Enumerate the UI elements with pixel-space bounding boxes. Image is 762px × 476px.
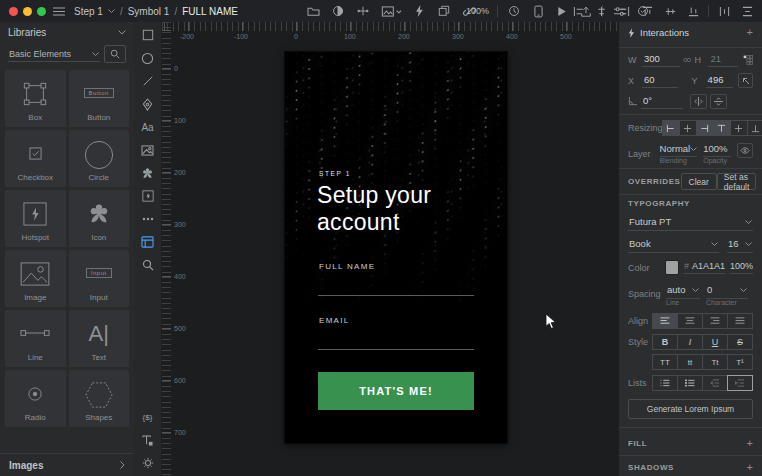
flip-horizontal-button[interactable] — [690, 94, 707, 109]
strikethrough-button[interactable]: S — [727, 334, 753, 350]
folder-icon[interactable] — [305, 3, 321, 19]
breadcrumb-symbol[interactable]: Symbol 1 — [128, 6, 170, 17]
superscript-button[interactable]: T¹ — [727, 354, 753, 370]
add-shadow-icon[interactable]: + — [747, 462, 753, 473]
pin-left-button[interactable] — [662, 120, 680, 136]
text-align-center-button[interactable] — [677, 313, 703, 329]
duplicate-icon[interactable] — [436, 3, 452, 19]
search-tool-icon[interactable] — [139, 257, 157, 273]
breadcrumb-page[interactable]: Step 1 — [74, 6, 103, 17]
char-spacing-select[interactable]: 0 — [706, 282, 748, 299]
library-item-hotspot[interactable]: Hotspot — [5, 190, 66, 247]
zoom-level[interactable]: 100% — [466, 6, 489, 16]
add-interaction-icon[interactable]: + — [747, 27, 753, 38]
line-spacing-select[interactable]: auto — [666, 282, 700, 299]
more-tools-icon[interactable] — [139, 211, 157, 227]
chevron-down-icon[interactable] — [108, 9, 115, 13]
constrain-proportions-icon[interactable] — [683, 57, 691, 63]
library-item-icon[interactable]: Icon — [69, 190, 130, 247]
align-middle-vertical-icon[interactable] — [662, 3, 678, 19]
snap-crosshair-icon[interactable] — [355, 3, 371, 19]
library-item-checkbox[interactable]: Checkbox — [5, 130, 66, 187]
image-fill-icon[interactable] — [380, 3, 402, 19]
align-top-icon[interactable] — [639, 3, 655, 19]
align-right-icon[interactable] — [616, 3, 632, 19]
canvas[interactable]: -200 -100 0 100 200 300 400 500 0 100 20… — [162, 22, 618, 476]
design-tokens-icon[interactable]: {$} — [139, 409, 157, 425]
library-item-button[interactable]: Button Button — [69, 70, 130, 127]
edit-on-canvas-button[interactable] — [738, 73, 753, 88]
library-item-image[interactable]: Image — [5, 250, 66, 307]
pin-bottom-button[interactable] — [747, 120, 762, 136]
ellipse-tool-icon[interactable] — [139, 50, 157, 66]
prototype-bolt-icon[interactable] — [411, 3, 427, 19]
fill-section-header[interactable]: FILL + — [619, 432, 762, 455]
font-size-select[interactable]: 16 — [727, 236, 753, 253]
text-align-left-button[interactable] — [652, 313, 678, 329]
library-item-radio[interactable]: Radio — [5, 370, 66, 427]
increase-indent-button[interactable] — [727, 375, 753, 391]
icons8-tool-icon[interactable] — [139, 165, 157, 181]
minimize-window-button[interactable] — [23, 7, 32, 16]
color-swatch[interactable] — [665, 260, 679, 275]
main-menu-icon[interactable] — [52, 4, 66, 18]
overrides-set-default-button[interactable]: Set as default — [717, 173, 757, 190]
bullet-list-button[interactable] — [677, 375, 703, 391]
pin-right-button[interactable] — [696, 120, 714, 136]
blending-select[interactable]: Normal — [660, 143, 698, 157]
center-horizontal-button[interactable] — [679, 120, 697, 136]
align-center-horizontal-icon[interactable] — [593, 3, 609, 19]
overrides-clear-button[interactable]: Clear — [681, 173, 717, 190]
flip-vertical-button[interactable] — [710, 94, 727, 109]
color-hex-input[interactable]: # A1A1A1 — [684, 261, 725, 274]
components-panel-icon[interactable] — [139, 234, 157, 250]
library-item-line[interactable]: Line — [5, 310, 66, 367]
library-item-box[interactable]: Box — [5, 70, 66, 127]
numbered-list-button[interactable] — [652, 375, 678, 391]
width-input[interactable]: 300 — [642, 52, 680, 67]
library-item-text[interactable]: A| Text — [69, 310, 130, 367]
libraries-header[interactable]: Libraries — [0, 22, 134, 43]
settings-gear-icon[interactable] — [139, 455, 157, 471]
align-left-icon[interactable] — [570, 3, 586, 19]
text-tool-icon[interactable]: Aa — [139, 119, 157, 135]
interactions-header[interactable]: Interactions + — [619, 22, 762, 43]
anchor-grid-icon[interactable] — [743, 54, 753, 66]
x-input[interactable]: 60 — [642, 73, 678, 88]
text-styles-icon[interactable] — [139, 432, 157, 448]
rectangle-tool-icon[interactable] — [139, 27, 157, 43]
distribute-horizontal-icon[interactable] — [716, 3, 732, 19]
artboard[interactable]: STEP 1 Setup your account FULL NAME EMAI… — [285, 52, 507, 443]
underline-button[interactable]: U — [702, 334, 728, 350]
pen-tool-icon[interactable] — [139, 96, 157, 112]
maximize-window-button[interactable] — [37, 7, 46, 16]
text-align-justify-button[interactable] — [727, 313, 753, 329]
color-opacity-input[interactable]: 100% — [730, 261, 753, 274]
library-item-circle[interactable]: Circle — [69, 130, 130, 187]
distribute-vertical-icon[interactable] — [739, 3, 755, 19]
library-select[interactable]: Basic Elements — [8, 47, 100, 62]
hotspot-tool-icon[interactable] — [139, 188, 157, 204]
decrease-indent-button[interactable] — [702, 375, 728, 391]
line-tool-icon[interactable] — [139, 73, 157, 89]
library-item-input[interactable]: Input Input — [69, 250, 130, 307]
bold-button[interactable]: B — [652, 334, 678, 350]
uppercase-button[interactable]: TT — [652, 354, 678, 370]
add-fill-icon[interactable]: + — [747, 438, 753, 449]
contrast-icon[interactable] — [330, 3, 346, 19]
pin-top-button[interactable] — [713, 120, 731, 136]
align-bottom-icon[interactable] — [685, 3, 701, 19]
thats-me-button[interactable]: THAT'S ME! — [318, 372, 474, 410]
titlecase-button[interactable]: Tt — [702, 354, 728, 370]
text-align-right-button[interactable] — [702, 313, 728, 329]
opacity-input[interactable]: 100% — [703, 143, 730, 157]
visibility-toggle[interactable] — [737, 143, 754, 158]
close-window-button[interactable] — [9, 7, 18, 16]
lowercase-button[interactable]: tt — [677, 354, 703, 370]
device-preview-icon[interactable] — [530, 3, 546, 19]
y-input[interactable]: 496 — [706, 73, 734, 88]
height-input[interactable]: 21 — [708, 52, 737, 67]
image-tool-icon[interactable] — [139, 142, 157, 158]
italic-button[interactable]: I — [677, 334, 703, 350]
play-icon[interactable] — [554, 3, 570, 19]
